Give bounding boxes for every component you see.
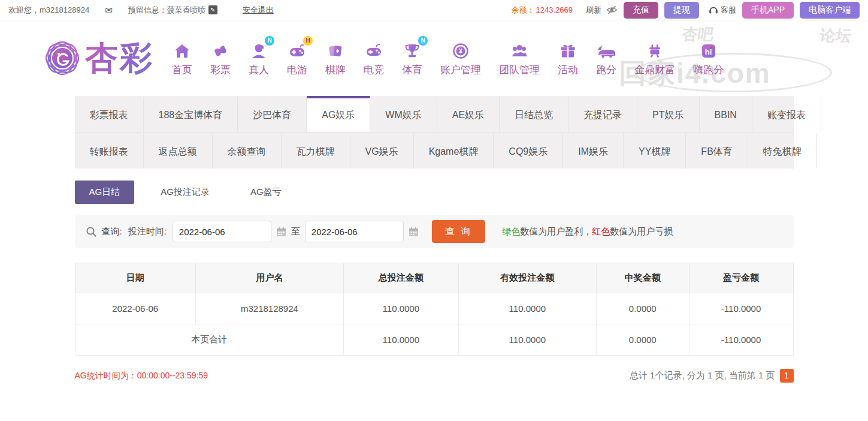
envelope-icon[interactable]: ✉ [105, 5, 113, 16]
ag-subtabs: AG日结 AG投注记录 AG盈亏 [75, 181, 794, 204]
col-header-username: 用户名 [195, 263, 343, 293]
nav-item-chess[interactable]: 棋牌 [316, 40, 355, 77]
col-header-date: 日期 [75, 263, 195, 293]
hi-app-icon: hi [700, 40, 718, 60]
tab-shaba-tiyu[interactable]: 沙巴体育 [238, 96, 307, 132]
nav-item-activity[interactable]: 活动 [549, 40, 587, 77]
col-header-total-bet: 总投注金额 [343, 263, 458, 293]
cell-profit-loss: -110.0000 [689, 293, 793, 324]
tab-ag-yule[interactable]: AG娱乐 [307, 96, 370, 132]
site-logo[interactable]: 杏彩 [43, 37, 155, 80]
site-header: 杏吧 论坛 回家i4.com 杏彩 首页 彩票 [0, 20, 868, 96]
ag-stat-time-label: AG统计时间为： [75, 371, 137, 380]
nav-item-home[interactable]: 首页 [163, 40, 201, 77]
rhino-icon [596, 40, 616, 60]
pc-client-button[interactable]: 电脑客户端 [800, 2, 860, 19]
topbar: 欢迎您，m3218128924 ✉ 预留信息： 菠菜香喷喷 ✎ 安全退出 余额：… [0, 0, 868, 20]
tab-zhangbian-baobiao[interactable]: 账变报表 [752, 96, 821, 132]
hot-badge: H [303, 36, 313, 46]
nav-item-hipaofen[interactable]: hi 嗨跑分 [684, 40, 733, 77]
subtab-ag-rijie[interactable]: AG日结 [75, 181, 135, 204]
mobile-app-button[interactable]: 手机APP [742, 2, 794, 19]
pagination: 总计 1个记录, 分为 1 页, 当前第 1 页 1 [630, 369, 794, 383]
gift-icon [559, 40, 577, 60]
watermark-text-2: 论坛 [819, 25, 853, 46]
tab-zhuanzhang-baobiao[interactable]: 转账报表 [75, 133, 144, 169]
nav-item-live[interactable]: N 真人 [240, 40, 278, 77]
report-tabs-row-1: 彩票报表 188金宝博体育 沙巴体育 AG娱乐 WM娱乐 AE娱乐 日结总览 充… [75, 96, 794, 132]
logo-text: 杏彩 [85, 37, 155, 80]
tab-vg-yule[interactable]: VG娱乐 [350, 133, 414, 169]
nav-item-lottery[interactable]: 彩票 [201, 40, 240, 77]
bet-time-label: 投注时间: [128, 226, 167, 237]
query-label: 查询: [102, 226, 122, 237]
tab-bbin[interactable]: BBIN [700, 96, 752, 132]
customer-service-link[interactable]: 客服 [709, 5, 736, 16]
reserved-info-label: 预留信息： [128, 5, 167, 16]
report-footer: AG统计时间为：00:00:00--23:59:59 总计 1个记录, 分为 1… [75, 369, 794, 383]
logout-link[interactable]: 安全退出 [243, 5, 274, 16]
pagination-summary: 总计 1个记录, 分为 1 页, 当前第 1 页 [630, 370, 775, 381]
tab-tetu-qipai[interactable]: 特兔棋牌 [748, 133, 817, 169]
welcome-text: 欢迎您，m3218128924 [8, 5, 89, 16]
tab-rijie-zonglan[interactable]: 日结总览 [500, 96, 568, 132]
nav-item-esports[interactable]: 电竞 [355, 40, 393, 77]
balance-value: 1243.2669 [536, 5, 573, 14]
logo-flower-icon [43, 39, 81, 77]
tab-im-yule[interactable]: IM娱乐 [563, 133, 624, 169]
tab-fb-tiyu[interactable]: FB体育 [686, 133, 748, 169]
chess-cards-icon [326, 40, 344, 60]
tab-cq9-yule[interactable]: CQ9娱乐 [494, 133, 563, 169]
reserved-info-value: 菠菜香喷喷 [167, 5, 206, 16]
tab-yy-qipai[interactable]: YY棋牌 [624, 133, 686, 169]
cell-valid-bet: 110.0000 [458, 293, 596, 324]
new-badge: N [265, 36, 274, 46]
tab-caipiao-baobiao[interactable]: 彩票报表 [75, 96, 144, 132]
eye-off-icon[interactable] [606, 5, 618, 14]
report-tabs-row-2: 转账报表 返点总额 余额查询 瓦力棋牌 VG娱乐 Kgame棋牌 CQ9娱乐 I… [75, 132, 794, 169]
new-badge: N [418, 36, 428, 46]
nav-item-wealth[interactable]: 金鼎财富 [625, 40, 684, 77]
tab-chongti-jilu[interactable]: 充提记录 [568, 96, 637, 132]
account-coin-icon: ¥ [452, 40, 470, 60]
tab-kgame-qipai[interactable]: Kgame棋牌 [414, 133, 494, 169]
calendar-icon[interactable] [276, 227, 286, 237]
tab-pt-yule[interactable]: PT娱乐 [637, 96, 699, 132]
summary-label: 本页合计 [75, 324, 343, 356]
cell-username: m3218128924 [195, 293, 343, 324]
cell-total-bet: 110.0000 [343, 293, 458, 324]
query-button[interactable]: 查 询 [432, 220, 485, 243]
withdraw-button[interactable]: 提现 [664, 2, 699, 19]
nav-item-team[interactable]: 团队管理 [490, 40, 549, 77]
calendar-icon[interactable] [409, 227, 419, 237]
search-panel: 查询: 投注时间: 至 查 询 绿色数值为用户盈利，红色数值为用户亏损 [75, 215, 794, 248]
nav-item-sports[interactable]: N 体育 [393, 40, 431, 77]
col-header-valid-bet: 有效投注金额 [458, 263, 596, 293]
tab-ae-yule[interactable]: AE娱乐 [437, 96, 500, 132]
nav-item-paofen[interactable]: 跑分 [587, 40, 625, 77]
date-from-input[interactable] [173, 221, 271, 242]
col-header-win-amount: 中奖金额 [596, 263, 689, 293]
legend-green-word: 绿色 [502, 226, 520, 236]
tab-wali-qipai[interactable]: 瓦力棋牌 [282, 133, 350, 169]
date-range-to-label: 至 [291, 226, 300, 237]
recharge-button[interactable]: 充值 [624, 2, 658, 19]
page-1-button[interactable]: 1 [780, 369, 794, 383]
summary-valid-bet: 110.0000 [458, 324, 596, 356]
edit-icon[interactable]: ✎ [208, 5, 217, 14]
tab-yue-chaxun[interactable]: 余额查询 [213, 133, 282, 169]
subtab-ag-touzhu-jilu[interactable]: AG投注记录 [146, 181, 224, 204]
nav-item-account[interactable]: ¥ 账户管理 [431, 40, 490, 77]
subtab-ag-yingkui[interactable]: AG盈亏 [236, 181, 296, 204]
headset-icon [709, 5, 718, 14]
refresh-button[interactable]: 刷新 [586, 5, 601, 16]
tab-188-jinbaobo[interactable]: 188金宝博体育 [144, 96, 238, 132]
nav-item-egame[interactable]: H 电游 [278, 40, 316, 77]
table-header-row: 日期 用户名 总投注金额 有效投注金额 中奖金额 盈亏金额 [75, 263, 793, 293]
date-to-input[interactable] [305, 221, 404, 242]
tab-wm-yule[interactable]: WM娱乐 [370, 96, 437, 132]
tab-fandian-zonge[interactable]: 返点总额 [144, 133, 213, 169]
table-summary-row: 本页合计 110.0000 110.0000 0.0000 -110.0000 [75, 324, 793, 356]
wealth-ding-icon [646, 40, 664, 60]
summary-win-amount: 0.0000 [596, 324, 689, 356]
